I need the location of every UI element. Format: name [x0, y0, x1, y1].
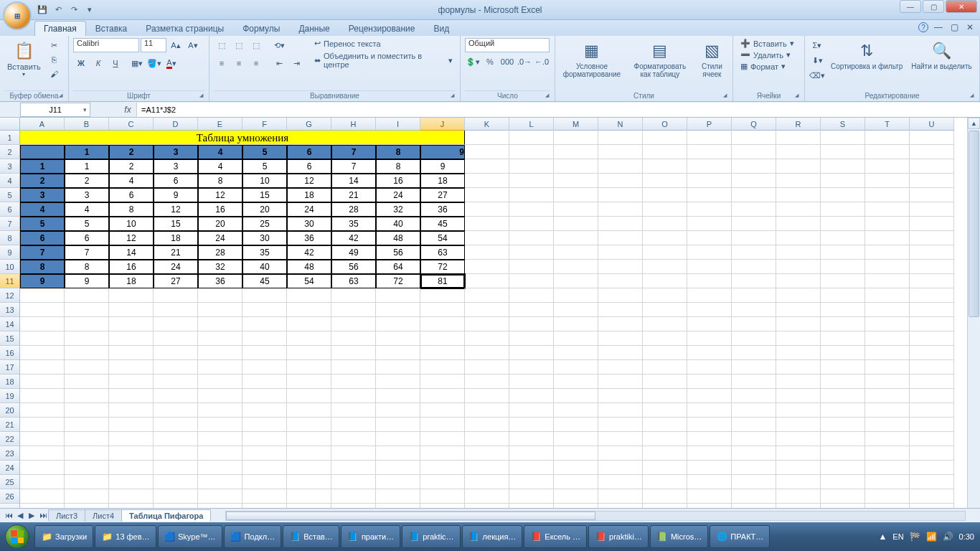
row-headers[interactable]: 1234567891011121314151617181920212223242…	[0, 131, 20, 522]
cell[interactable]	[910, 245, 954, 260]
cell[interactable]: 4	[198, 159, 242, 174]
cell[interactable]	[465, 475, 509, 489]
cell[interactable]	[20, 375, 65, 389]
decrease-font-icon[interactable]: A▾	[185, 38, 201, 52]
cell[interactable]	[465, 159, 509, 174]
cell[interactable]	[465, 245, 509, 260]
cell[interactable]	[509, 174, 554, 188]
cell[interactable]	[65, 360, 109, 375]
cell[interactable]	[65, 288, 109, 303]
cell[interactable]: 9	[420, 145, 465, 159]
cell[interactable]	[910, 317, 954, 331]
cell[interactable]	[287, 288, 331, 303]
cell[interactable]: 2	[65, 174, 109, 188]
cell[interactable]	[65, 418, 109, 432]
cell[interactable]	[376, 418, 420, 432]
cell[interactable]	[776, 174, 821, 188]
cell[interactable]	[554, 432, 598, 446]
cell[interactable]	[509, 245, 554, 260]
cell[interactable]	[910, 346, 954, 360]
cell[interactable]	[20, 389, 65, 403]
cell[interactable]	[910, 260, 954, 274]
cell[interactable]	[198, 475, 242, 489]
cell[interactable]	[732, 403, 776, 418]
cell[interactable]	[198, 432, 242, 446]
cell[interactable]	[509, 375, 554, 389]
cell[interactable]	[643, 188, 687, 202]
cell[interactable]	[554, 303, 598, 317]
sheet-tab[interactable]: Лист4	[85, 509, 122, 522]
cell[interactable]	[910, 131, 954, 145]
cell[interactable]	[198, 360, 242, 375]
delete-cells-button[interactable]: ➖Удалить ▾	[738, 50, 793, 60]
cell[interactable]	[154, 375, 198, 389]
cell[interactable]	[420, 489, 465, 504]
cell[interactable]	[154, 475, 198, 489]
cell[interactable]: 40	[376, 217, 420, 231]
cut-icon[interactable]: ✂	[47, 38, 62, 52]
indent-decrease-icon[interactable]: ⇤	[271, 56, 287, 70]
cell[interactable]	[643, 245, 687, 260]
cell[interactable]	[865, 202, 910, 217]
orientation-icon[interactable]: ⟲▾	[271, 38, 287, 52]
cell[interactable]	[242, 446, 287, 461]
cell[interactable]	[554, 231, 598, 245]
cell[interactable]	[821, 260, 865, 274]
taskbar-item[interactable]: 🌐ПРАКТ…	[710, 525, 770, 548]
sort-filter-button[interactable]: ⇅Сортировка и фильтр	[828, 38, 905, 72]
cell[interactable]	[465, 260, 509, 274]
cell[interactable]	[598, 288, 643, 303]
cell[interactable]	[465, 217, 509, 231]
cell[interactable]	[554, 145, 598, 159]
cell[interactable]	[865, 131, 910, 145]
underline-button[interactable]: Ч	[108, 56, 123, 70]
fill-icon[interactable]: ⬇▾	[809, 53, 825, 67]
cell[interactable]	[643, 346, 687, 360]
col-header[interactable]: I	[376, 118, 420, 131]
taskbar-item[interactable]: 🟦Skype™…	[158, 525, 222, 548]
cell[interactable]	[420, 461, 465, 475]
cell[interactable]: 5	[65, 217, 109, 231]
cell[interactable]: 48	[287, 260, 331, 274]
cell[interactable]	[20, 346, 65, 360]
cell[interactable]	[776, 231, 821, 245]
cell[interactable]	[643, 432, 687, 446]
cell[interactable]	[687, 346, 732, 360]
cell[interactable]: 20	[198, 217, 242, 231]
cell[interactable]	[109, 375, 154, 389]
help-icon[interactable]: ?	[918, 22, 928, 32]
cell[interactable]: Таблица умножения	[20, 131, 65, 145]
paste-button[interactable]: 📋 Вставить ▾	[4, 38, 44, 79]
taskbar-item[interactable]: 📁Загрузки	[34, 525, 93, 548]
cell[interactable]	[554, 188, 598, 202]
cell[interactable]: 40	[242, 260, 287, 274]
cell[interactable]: 54	[287, 274, 331, 288]
cell[interactable]	[242, 331, 287, 346]
cell[interactable]	[776, 202, 821, 217]
cell[interactable]	[154, 317, 198, 331]
cell[interactable]	[865, 288, 910, 303]
cell[interactable]	[643, 475, 687, 489]
cell[interactable]	[598, 475, 643, 489]
cell[interactable]	[687, 260, 732, 274]
cell[interactable]: 4	[65, 202, 109, 217]
cell[interactable]: 16	[198, 202, 242, 217]
cell[interactable]	[109, 331, 154, 346]
cell[interactable]	[554, 174, 598, 188]
cell[interactable]	[554, 131, 598, 145]
cell[interactable]	[331, 389, 376, 403]
taskbar-item[interactable]: 📘praktic…	[402, 525, 460, 548]
cell[interactable]	[732, 446, 776, 461]
col-header[interactable]: P	[687, 118, 732, 131]
border-button[interactable]: ▦▾	[129, 56, 145, 70]
cell[interactable]	[643, 389, 687, 403]
cell[interactable]	[776, 489, 821, 504]
cell[interactable]	[732, 260, 776, 274]
ribbon-tab-0[interactable]: Главная	[34, 21, 86, 36]
ribbon-tab-4[interactable]: Данные	[289, 21, 339, 36]
tray-flag-icon[interactable]: 🏁	[910, 532, 920, 542]
cell[interactable]	[821, 317, 865, 331]
select-all-corner[interactable]	[0, 118, 20, 131]
cell[interactable]	[865, 303, 910, 317]
align-center-icon[interactable]: ≡	[231, 56, 247, 70]
